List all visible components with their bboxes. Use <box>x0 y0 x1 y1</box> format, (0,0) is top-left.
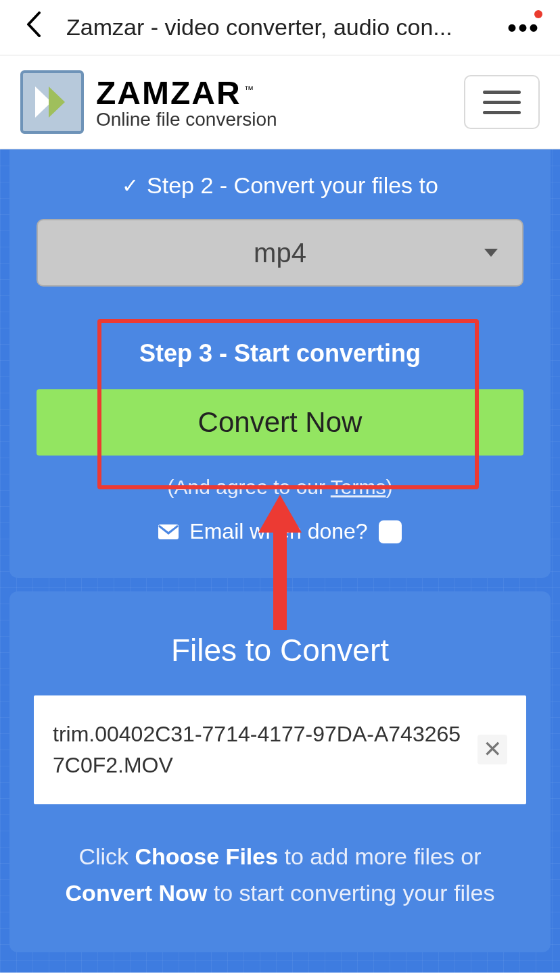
format-select[interactable]: mp4 <box>37 219 523 287</box>
files-title: Files to Convert <box>34 632 526 668</box>
back-button[interactable] <box>14 11 53 43</box>
close-icon: ✕ <box>483 736 502 762</box>
chevron-down-icon <box>484 249 498 257</box>
brand-name: ZAMZAR <box>96 75 241 111</box>
hamburger-icon <box>483 91 521 94</box>
site-header: ZAMZAR™ Online file conversion <box>0 55 560 149</box>
browser-bar: Zamzar - video converter, audio con... •… <box>0 0 560 55</box>
page-title: Zamzar - video converter, audio con... <box>53 14 500 41</box>
email-checkbox[interactable] <box>379 520 402 543</box>
file-name: trim.00402C31-7714-4177-97DA-A7432657C0F… <box>53 718 464 781</box>
files-card: Files to Convert trim.00402C31-7714-4177… <box>9 591 551 952</box>
selected-format: mp4 <box>254 238 306 268</box>
hamburger-menu-button[interactable] <box>464 75 540 129</box>
choose-files-text: Choose Files <box>135 843 279 869</box>
notification-dot-icon <box>534 10 542 18</box>
brand-logo[interactable] <box>20 70 84 134</box>
zamzar-logo-icon <box>28 78 76 126</box>
convert-now-text: Convert Now <box>66 880 208 906</box>
checkmark-icon: ✓ <box>122 174 139 197</box>
terms-text: (And agree to our Terms) <box>37 476 523 499</box>
browser-menu-button[interactable]: ••• <box>500 14 546 41</box>
convert-now-button[interactable]: Convert Now <box>37 389 523 456</box>
file-row: trim.00402C31-7714-4177-97DA-A7432657C0F… <box>34 695 526 804</box>
step3-section: Step 3 - Start converting Convert Now (A… <box>37 339 523 544</box>
step3-title: Step 3 - Start converting <box>37 339 523 368</box>
email-icon <box>158 524 179 539</box>
convert-steps-card: ✓ Step 2 - Convert your files to mp4 Ste… <box>9 149 551 578</box>
step2-label: ✓ Step 2 - Convert your files to <box>37 172 523 199</box>
email-label: Email when done? <box>189 519 367 544</box>
brand-tagline: Online file conversion <box>96 109 277 130</box>
terms-link[interactable]: Terms <box>331 476 386 498</box>
brand-text: ZAMZAR™ Online file conversion <box>96 74 277 130</box>
email-when-done-row: Email when done? <box>37 519 523 544</box>
main-content: ✓ Step 2 - Convert your files to mp4 Ste… <box>0 149 560 973</box>
remove-file-button[interactable]: ✕ <box>477 735 507 764</box>
files-instruction: Click Choose Files to add more files or … <box>34 838 526 912</box>
trademark-icon: ™ <box>244 84 255 95</box>
